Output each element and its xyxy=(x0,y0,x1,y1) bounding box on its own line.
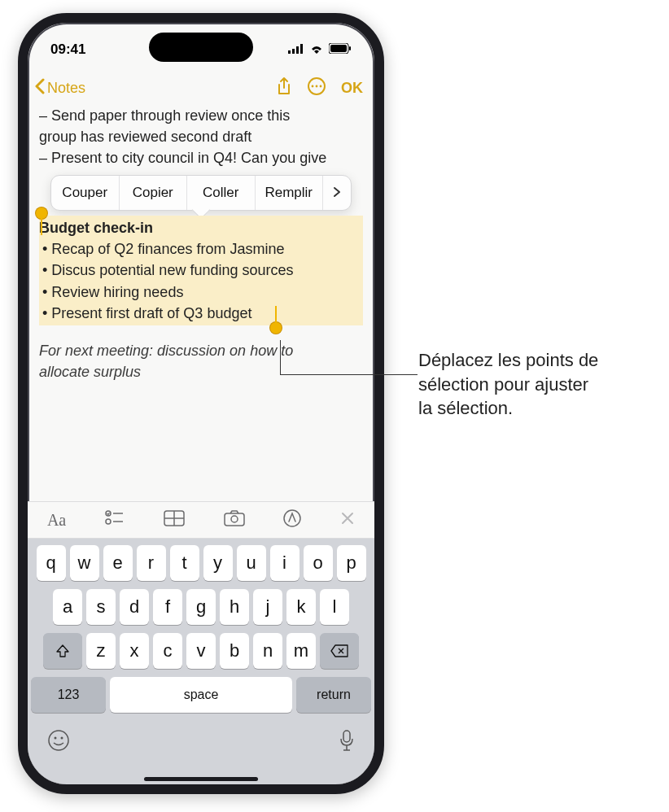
nav-bar: Notes OK xyxy=(28,70,374,105)
svg-rect-2 xyxy=(296,46,299,54)
selection-handle-end[interactable] xyxy=(270,322,282,334)
svg-point-13 xyxy=(106,519,111,524)
back-button[interactable]: Notes xyxy=(34,78,85,98)
keyboard: qwertyuiop asdfghjkl zxcvbnm 123 space r… xyxy=(28,539,374,784)
close-toolbar-button[interactable] xyxy=(340,511,355,530)
key-g[interactable]: g xyxy=(186,589,216,625)
svg-point-21 xyxy=(49,731,68,750)
wifi-icon xyxy=(309,41,324,58)
svg-rect-0 xyxy=(288,50,291,54)
note-italic-text: For next meeting: discussion on how to xyxy=(39,340,363,361)
key-v[interactable]: v xyxy=(186,633,216,669)
markup-button[interactable] xyxy=(283,509,301,531)
key-t[interactable]: t xyxy=(170,545,199,581)
notes-app: Notes OK – Send paper through review onc… xyxy=(28,70,374,784)
svg-point-8 xyxy=(312,85,314,88)
cellular-icon xyxy=(288,41,304,58)
format-button[interactable]: Aa xyxy=(47,511,66,530)
kb-row-1: qwertyuiop xyxy=(31,545,371,581)
key-c[interactable]: c xyxy=(153,633,182,669)
status-time: 09:41 xyxy=(50,41,85,58)
key-r[interactable]: r xyxy=(137,545,166,581)
key-z[interactable]: z xyxy=(86,633,116,669)
note-text: – Present to city council in Q4! Can you… xyxy=(39,147,363,168)
menu-copy[interactable]: Copier xyxy=(120,176,188,210)
menu-cut[interactable]: Couper xyxy=(51,176,120,210)
svg-point-23 xyxy=(61,737,63,740)
key-k[interactable]: k xyxy=(286,589,316,625)
back-label: Notes xyxy=(47,80,85,97)
home-indicator[interactable] xyxy=(144,777,258,781)
chevron-left-icon xyxy=(34,78,46,98)
more-button[interactable] xyxy=(307,76,326,100)
camera-button[interactable] xyxy=(224,510,245,530)
kb-bottom-row xyxy=(31,721,371,757)
key-m[interactable]: m xyxy=(286,633,316,669)
status-icons xyxy=(288,41,352,58)
note-text: group has reviewed second draft xyxy=(39,126,363,147)
table-button[interactable] xyxy=(164,510,185,530)
text-context-menu: Couper Copier Coller Remplir xyxy=(50,175,352,211)
key-y[interactable]: y xyxy=(203,545,233,581)
key-shift[interactable] xyxy=(43,633,82,669)
key-l[interactable]: l xyxy=(320,589,349,625)
callout-line-2: sélection pour ajuster xyxy=(418,374,588,395)
kb-row-4: 123 space return xyxy=(31,677,371,713)
callout-leader-line xyxy=(281,374,418,375)
key-u[interactable]: u xyxy=(237,545,266,581)
svg-rect-3 xyxy=(300,44,303,54)
svg-rect-6 xyxy=(349,46,351,50)
note-content[interactable]: – Send paper through review once this gr… xyxy=(28,105,374,382)
key-e[interactable]: e xyxy=(103,545,133,581)
key-q[interactable]: q xyxy=(37,545,66,581)
ok-button[interactable]: OK xyxy=(341,80,363,97)
svg-rect-5 xyxy=(330,45,347,52)
key-w[interactable]: w xyxy=(70,545,99,581)
selection-title: Budget check-in xyxy=(39,217,363,238)
key-p[interactable]: p xyxy=(337,545,366,581)
svg-point-10 xyxy=(320,85,322,88)
key-i[interactable]: i xyxy=(270,545,300,581)
iphone-frame: 09:41 Notes xyxy=(18,13,384,794)
key-numbers[interactable]: 123 xyxy=(31,677,106,713)
key-delete[interactable] xyxy=(320,633,359,669)
text-selection[interactable]: Budget check-in • Recap of Q2 finances f… xyxy=(39,216,363,325)
callout-text: Déplacez les points de sélection pour aj… xyxy=(418,348,662,421)
selection-line: • Review hiring needs xyxy=(39,282,363,303)
menu-fill[interactable]: Remplir xyxy=(256,176,324,210)
selection-line: • Present first draft of Q3 budget xyxy=(39,303,363,324)
selection-line: • Recap of Q2 finances from Jasmine xyxy=(39,238,363,260)
note-italic-text: allocate surplus xyxy=(39,361,363,382)
emoji-button[interactable] xyxy=(47,729,70,757)
key-f[interactable]: f xyxy=(153,589,182,625)
checklist-button[interactable] xyxy=(105,510,125,530)
notes-toolbar: Aa xyxy=(28,501,374,539)
key-space[interactable]: space xyxy=(110,677,292,713)
key-s[interactable]: s xyxy=(86,589,116,625)
svg-point-9 xyxy=(316,85,318,88)
note-text: – Send paper through review once this xyxy=(39,105,363,126)
key-return[interactable]: return xyxy=(296,677,371,713)
key-n[interactable]: n xyxy=(253,633,282,669)
kb-row-3: zxcvbnm xyxy=(31,633,371,669)
key-d[interactable]: d xyxy=(120,589,149,625)
dictation-button[interactable] xyxy=(339,729,355,757)
battery-icon xyxy=(329,41,352,58)
key-j[interactable]: j xyxy=(253,589,282,625)
menu-more-arrow[interactable] xyxy=(323,182,351,203)
dynamic-island xyxy=(149,33,253,62)
callout-line-3: la sélection. xyxy=(418,398,513,418)
kb-row-2: asdfghjkl xyxy=(31,589,371,625)
key-h[interactable]: h xyxy=(220,589,249,625)
svg-rect-1 xyxy=(292,49,295,54)
key-a[interactable]: a xyxy=(53,589,82,625)
callout-line-1: Déplacez les points de xyxy=(418,350,598,370)
selection-line: • Discus potential new funding sources xyxy=(39,260,363,281)
share-button[interactable] xyxy=(276,76,292,100)
key-b[interactable]: b xyxy=(220,633,249,669)
key-x[interactable]: x xyxy=(120,633,149,669)
svg-point-22 xyxy=(55,737,57,740)
svg-rect-24 xyxy=(343,731,350,742)
key-o[interactable]: o xyxy=(304,545,333,581)
svg-point-19 xyxy=(231,516,238,522)
